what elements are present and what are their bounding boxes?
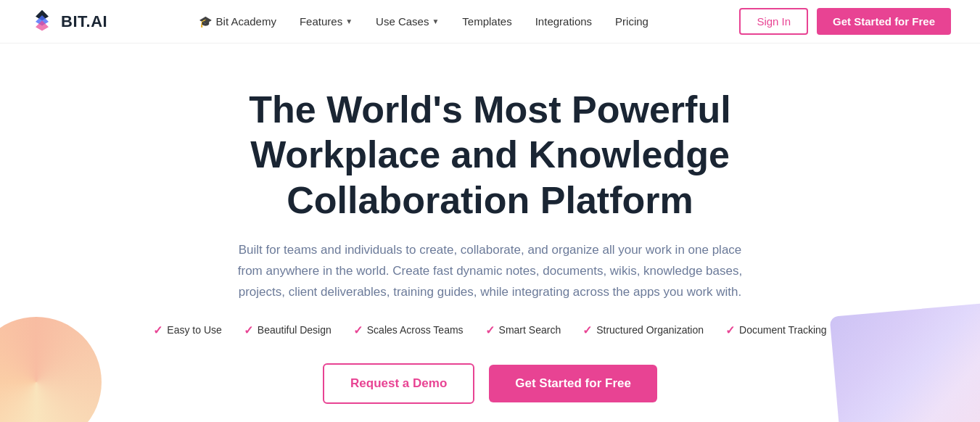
use-cases-chevron-icon: ▼ xyxy=(432,17,439,25)
feature-bullet-1: ✓ Easy to Use xyxy=(153,323,221,337)
get-started-nav-button[interactable]: Get Started for Free xyxy=(817,8,951,35)
header-buttons: Sign In Get Started for Free xyxy=(739,8,951,35)
nav-item-integrations[interactable]: Integrations xyxy=(535,15,592,28)
main-nav: 🎓 Bit Academy Features ▼ Use Cases ▼ Tem… xyxy=(199,15,648,28)
academy-icon: 🎓 xyxy=(199,15,213,28)
checkmark-icon-6: ✓ xyxy=(725,323,735,337)
feature-bullet-3: ✓ Scales Across Teams xyxy=(353,323,464,337)
nav-item-academy[interactable]: 🎓 Bit Academy xyxy=(199,15,276,28)
hero-content: The World's Most Powerful Workplace and … xyxy=(153,87,826,404)
features-chevron-icon: ▼ xyxy=(345,17,353,25)
hero-title: The World's Most Powerful Workplace and … xyxy=(163,87,816,223)
request-demo-button[interactable]: Request a Demo xyxy=(323,363,474,404)
logo[interactable]: BIT.AI xyxy=(29,9,107,35)
nav-item-templates[interactable]: Templates xyxy=(462,15,511,28)
checkmark-icon-3: ✓ xyxy=(353,323,363,337)
nav-item-use-cases[interactable]: Use Cases ▼ xyxy=(376,15,439,28)
header: BIT.AI 🎓 Bit Academy Features ▼ Use Case… xyxy=(0,0,980,44)
signin-button[interactable]: Sign In xyxy=(739,8,808,35)
checkmark-icon-1: ✓ xyxy=(153,323,162,337)
hero-section: The World's Most Powerful Workplace and … xyxy=(0,44,980,422)
checkmark-icon-4: ✓ xyxy=(485,323,495,337)
logo-icon xyxy=(29,9,55,35)
feature-bullet-2: ✓ Beautiful Design xyxy=(244,323,332,337)
get-started-main-button[interactable]: Get Started for Free xyxy=(489,365,657,402)
nav-item-features[interactable]: Features ▼ xyxy=(300,15,353,28)
feature-bullet-5: ✓ Structured Organization xyxy=(582,323,704,337)
checkmark-icon-2: ✓ xyxy=(244,323,253,337)
checkmark-icon-5: ✓ xyxy=(582,323,592,337)
decoration-shape-right xyxy=(830,303,980,422)
feature-bullets: ✓ Easy to Use ✓ Beautiful Design ✓ Scale… xyxy=(153,323,826,337)
feature-bullet-6: ✓ Document Tracking xyxy=(725,323,827,337)
hero-subtitle: Built for teams and individuals to creat… xyxy=(228,240,751,303)
nav-item-pricing[interactable]: Pricing xyxy=(615,15,648,28)
cta-buttons: Request a Demo Get Started for Free xyxy=(323,363,657,404)
feature-bullet-4: ✓ Smart Search xyxy=(485,323,561,337)
logo-text: BIT.AI xyxy=(61,12,107,31)
decoration-circle-left xyxy=(0,317,102,422)
